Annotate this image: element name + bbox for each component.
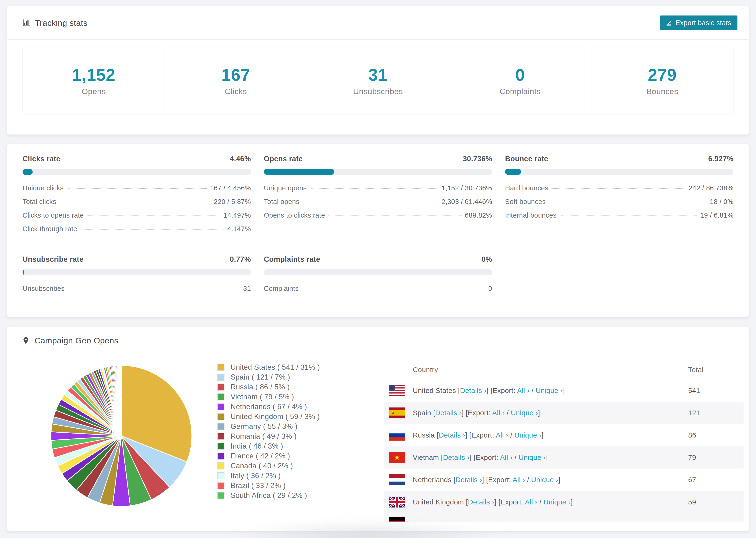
legend-swatch: [217, 453, 225, 459]
table-row: Netherlands [Details ›] [Export: All › /…: [384, 468, 743, 491]
metric-value: 0: [488, 285, 492, 293]
country-total: 59: [688, 498, 696, 506]
metric-value: 242 / 86.738%: [689, 184, 733, 192]
legend-item: Vietnam ( 79 / 5% ): [217, 392, 320, 402]
details-link[interactable]: Details ›: [468, 498, 495, 506]
details-link[interactable]: Details ›: [435, 409, 462, 417]
dotted-leader: [549, 202, 706, 202]
legend-swatch: [217, 364, 225, 371]
table-header: Country Total: [384, 360, 743, 379]
dotted-leader: [328, 215, 461, 216]
tracking-stats-card: Tracking stats Export basic stats 1,152 …: [7, 6, 749, 135]
stat-value: 0: [515, 65, 525, 84]
table-row: Vietnam [Details ›] [Export: All › / Uni…: [384, 446, 743, 468]
export-unique-link[interactable]: Unique ›: [544, 498, 571, 506]
map-pin-icon: [22, 337, 30, 345]
pie-slice: [121, 365, 121, 436]
legend-swatch: [217, 413, 225, 420]
legend-label: Italy ( 36 / 2% ): [231, 471, 281, 480]
rate-value: 4.46%: [230, 155, 251, 163]
export-all-link[interactable]: All ›: [517, 387, 529, 394]
legend-swatch: [217, 423, 225, 430]
dotted-leader: [87, 215, 220, 216]
metric-row: Clicks to opens rate 14.497%: [23, 211, 251, 225]
export-label: Export:: [476, 454, 499, 461]
export-unique-link[interactable]: Unique ›: [531, 476, 558, 484]
legend-item: Netherlands ( 67 / 4% ): [217, 402, 320, 412]
export-icon: [666, 20, 672, 26]
stat-box: 279 Bounces: [591, 47, 733, 114]
export-unique-link[interactable]: Unique ›: [511, 409, 538, 417]
geo-opens-pie-chart: [49, 363, 194, 509]
dotted-leader: [310, 188, 438, 189]
legend-item: Romania ( 49 / 3% ): [217, 431, 320, 441]
legend-item: Canada ( 40 / 2% ): [217, 461, 320, 471]
legend-item: Russia ( 86 / 5% ): [217, 382, 320, 392]
metric-label: Total clicks: [23, 198, 56, 206]
legend-label: India ( 46 / 3% ): [231, 442, 283, 451]
bounce-rate-block: Bounce rate 6.927% Hard bounces 242 / 86…: [505, 155, 733, 225]
legend-swatch: [217, 472, 225, 479]
legend-swatch: [217, 462, 225, 469]
metric-row: Hard bounces 242 / 86.738%: [505, 184, 733, 198]
metric-value: 689.82%: [465, 211, 492, 219]
geo-opens-card: Campaign Geo Opens United States ( 541 /…: [7, 326, 749, 531]
legend-item: Italy ( 36 / 2% ): [217, 471, 320, 481]
column-header-total: Total: [688, 366, 703, 374]
details-link[interactable]: Details ›: [456, 476, 482, 484]
legend-label: Netherlands ( 67 / 4% ): [231, 403, 307, 411]
rate-title: Opens rate: [264, 155, 303, 163]
export-unique-link[interactable]: Unique ›: [536, 387, 563, 394]
rates-card: Clicks rate 4.46% Unique clicks 167 / 4.…: [7, 144, 749, 317]
dotted-leader: [67, 188, 207, 189]
rate-value: 0.77%: [230, 255, 251, 264]
export-all-link[interactable]: All ›: [500, 454, 513, 461]
legend-label: Canada ( 40 / 2% ): [231, 462, 293, 470]
legend-swatch: [217, 482, 225, 489]
geo-country-table: Country Total United States [Details ›] …: [384, 360, 743, 521]
details-link[interactable]: Details ›: [439, 431, 465, 439]
export-all-link[interactable]: All ›: [496, 431, 508, 439]
stat-label: Clicks: [225, 87, 247, 96]
stat-value: 279: [648, 65, 676, 84]
legend-item: South Africa ( 29 / 2% ): [217, 491, 320, 501]
legend-label: United States ( 541 / 31% ): [231, 363, 320, 372]
dotted-leader: [552, 188, 685, 189]
metric-label: Soft bounces: [505, 198, 546, 206]
rate-title: Bounce rate: [505, 155, 548, 163]
progress-bar: [505, 169, 733, 175]
country-flag: [389, 430, 405, 441]
export-all-link[interactable]: All ›: [513, 476, 525, 484]
stat-box: 31 Unsubscribes: [307, 47, 449, 114]
legend-item: India ( 46 / 3% ): [217, 441, 320, 451]
unsubscribe-rate-block: Unsubscribe rate 0.77% Unsubscribes 31: [23, 255, 251, 298]
details-link[interactable]: Details ›: [443, 454, 469, 461]
stat-label: Bounces: [646, 87, 678, 96]
metric-value: 2,303 / 61.446%: [442, 198, 492, 206]
export-basic-stats-button[interactable]: Export basic stats: [660, 16, 737, 30]
export-unique-link[interactable]: Unique ›: [519, 454, 546, 461]
export-all-link[interactable]: All ›: [525, 498, 537, 506]
legend-swatch: [217, 394, 225, 401]
legend-label: France ( 42 / 2% ): [231, 452, 290, 460]
country-name: Russia: [413, 431, 435, 439]
country-total: 79: [688, 454, 696, 461]
export-all-link[interactable]: All ›: [492, 409, 505, 417]
details-link[interactable]: Details ›: [460, 387, 486, 394]
export-label: Export:: [493, 387, 515, 394]
metric-value: 220 / 5.87%: [214, 198, 251, 206]
table-row: Russia [Details ›] [Export: All › / Uniq…: [384, 424, 743, 446]
country-total: 67: [688, 476, 696, 484]
rate-title: Clicks rate: [23, 155, 60, 163]
legend-swatch: [217, 403, 225, 410]
dotted-leader: [303, 202, 438, 202]
bar-chart-icon: [22, 19, 30, 27]
stat-value: 167: [221, 65, 250, 84]
country-flag: [389, 517, 405, 521]
metric-row: Unsubscribes 31: [23, 285, 251, 298]
country-name: Netherlands: [413, 476, 452, 484]
legend-label: Vietnam ( 79 / 5% ): [231, 393, 294, 401]
country-flag: [389, 452, 405, 463]
country-total: 121: [688, 409, 700, 417]
export-unique-link[interactable]: Unique ›: [514, 431, 542, 439]
